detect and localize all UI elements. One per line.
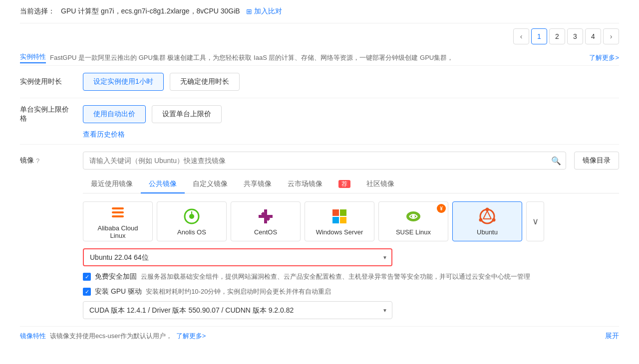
install-gpu-row: ✓ 安装 GPU 驱动 安装相对耗时约10-20分钟，实例启动时间会更长并伴有自…	[83, 287, 619, 296]
svg-point-15	[486, 207, 489, 211]
tab-market[interactable]: 云市场镜像	[280, 176, 330, 193]
instance-price-label: 单台实例上限价格	[20, 105, 75, 123]
page-container: 当前选择： GPU 计算型 gn7i，ecs.gn7i-c8g1.2xlarge…	[0, 0, 639, 364]
svg-point-13	[412, 215, 415, 218]
cuda-wrap: CUDA 版本 12.4.1 / Driver 版本 550.90.07 / C…	[83, 301, 619, 319]
image-feature-link[interactable]: 了解更多>	[176, 332, 206, 341]
price-history-link[interactable]: 查看历史价格	[83, 130, 125, 138]
tab-community[interactable]: 社区镜像	[358, 176, 402, 193]
os-card-windows[interactable]: Windows Server	[305, 201, 374, 241]
os-card-anolis[interactable]: Anolis OS	[157, 201, 227, 241]
duration-btn-1[interactable]: 设定实例使用1小时	[83, 73, 164, 91]
pagination-prev[interactable]: ‹	[513, 28, 529, 44]
feature-link[interactable]: 了解更多>	[589, 53, 619, 62]
tab-recommend[interactable]: 荐	[330, 176, 358, 193]
install-gpu-desc: 安装相对耗时约10-20分钟，实例启动时间会更长并伴有自动重启	[146, 287, 331, 296]
install-gpu-checkbox[interactable]: ✓	[83, 288, 91, 296]
free-security-label: 免费安全加固	[95, 272, 137, 281]
os-card-suse-label: SUSE Linux	[396, 228, 431, 236]
image-label: 镜像 ?	[20, 156, 75, 165]
os-card-alibaba[interactable]: Alibaba CloudLinux	[83, 201, 153, 241]
svg-line-18	[483, 211, 487, 219]
compare-icon: ⊞	[246, 7, 252, 15]
svg-rect-9	[340, 209, 346, 216]
svg-line-19	[487, 211, 491, 219]
install-gpu-label: 安装 GPU 驱动	[95, 287, 142, 296]
free-security-checkbox[interactable]: ✓	[83, 273, 91, 281]
svg-rect-11	[340, 217, 346, 223]
os-card-alibaba-label: Alibaba CloudLinux	[98, 224, 138, 239]
svg-rect-0	[112, 207, 124, 209]
image-search-input[interactable]	[83, 152, 566, 170]
os-card-ubuntu[interactable]: Ubuntu	[452, 201, 522, 241]
svg-rect-10	[332, 217, 339, 223]
anolis-icon	[183, 207, 201, 225]
instance-price-row: 单台实例上限价格 使用自动出价 设置单台上限价	[20, 98, 619, 130]
ubuntu-icon	[478, 207, 496, 225]
svg-rect-2	[112, 215, 124, 217]
image-label-text: 镜像	[20, 156, 34, 165]
image-header: 镜像 ? 🔍 镜像目录	[20, 152, 619, 170]
os-version-select[interactable]: Ubuntu 22.04 64位 Ubuntu 20.04 64位 Ubuntu…	[83, 248, 392, 266]
tab-recent[interactable]: 最近使用镜像	[83, 176, 141, 193]
selected-value: GPU 计算型 gn7i，ecs.gn7i-c8g1.2xlarge，8vCPU…	[61, 7, 240, 16]
svg-point-3	[189, 214, 194, 219]
image-catalog-button[interactable]: 镜像目录	[574, 152, 619, 170]
instance-duration-content: 设定实例使用1小时 无确定使用时长	[83, 73, 619, 91]
price-btn-2[interactable]: 设置单台上限价	[152, 105, 222, 123]
free-security-desc: 云服务器加载基础安全组件，提供网站漏洞检查、云产品安全配置检查、主机登录异常告警…	[141, 272, 530, 281]
os-card-centos-label: CentOS	[254, 228, 277, 236]
windows-icon	[330, 207, 348, 225]
os-cards-wrap: Alibaba CloudLinux Anolis OS	[83, 201, 619, 241]
image-feature-bar: 镜像特性 该镜像支持使用ecs-user作为默认认用户， 了解更多> 展开	[20, 326, 619, 346]
centos-icon	[257, 207, 275, 225]
pagination-page-1[interactable]: 1	[531, 28, 547, 44]
os-card-more[interactable]: ∨	[526, 201, 544, 241]
feature-tabs: 实例特性 FastGPU 是一款阿里云推出的 GPU集群 极速创建工具，为您轻松…	[20, 46, 619, 65]
os-card-ubuntu-label: Ubuntu	[477, 228, 498, 236]
pagination-page-2[interactable]: 2	[549, 28, 565, 44]
os-card-centos[interactable]: CentOS	[231, 201, 301, 241]
alibaba-icon	[109, 203, 127, 221]
svg-point-17	[492, 218, 496, 221]
suse-badge: ¥	[437, 204, 446, 213]
os-version-wrap: Ubuntu 22.04 64位 Ubuntu 20.04 64位 Ubuntu…	[83, 248, 619, 266]
pagination-bar: ‹ 1 2 3 4 ›	[20, 23, 619, 46]
image-help-icon[interactable]: ?	[36, 157, 39, 165]
svg-rect-1	[112, 211, 124, 213]
os-card-suse[interactable]: ¥ SUSE Linux	[378, 201, 448, 241]
pagination-next[interactable]: ›	[603, 28, 619, 44]
instance-price-content: 使用自动出价 设置单台上限价	[83, 105, 619, 123]
duration-btn-2[interactable]: 无确定使用时长	[170, 73, 240, 91]
more-icon: ∨	[532, 216, 539, 227]
svg-point-16	[479, 218, 483, 221]
cuda-select-wrapper: CUDA 版本 12.4.1 / Driver 版本 550.90.07 / C…	[83, 301, 392, 319]
image-feature-label[interactable]: 镜像特性	[20, 332, 46, 341]
tab-custom[interactable]: 自定义镜像	[185, 176, 236, 193]
svg-rect-8	[332, 209, 339, 216]
feature-desc: FastGPU 是一款阿里云推出的 GPU集群 极速创建工具，为您轻松获取 Ia…	[50, 53, 585, 62]
tab-shared[interactable]: 共享镜像	[236, 176, 280, 193]
os-card-windows-label: Windows Server	[316, 228, 363, 236]
image-section: 镜像 ? 🔍 镜像目录 最近使用镜像 公共镜像 自定义镜像 共享镜像	[20, 144, 619, 353]
pagination-page-4[interactable]: 4	[585, 28, 601, 44]
price-link-wrap: 查看历史价格	[20, 130, 619, 144]
instance-duration-label: 实例使用时长	[20, 77, 75, 86]
cuda-select[interactable]: CUDA 版本 12.4.1 / Driver 版本 550.90.07 / C…	[83, 301, 392, 319]
image-tabs: 最近使用镜像 公共镜像 自定义镜像 共享镜像 云市场镜像 荐 社区镜像	[83, 176, 619, 193]
compare-text: 加入比对	[254, 7, 282, 16]
feature-tab-label[interactable]: 实例特性	[20, 52, 46, 63]
compare-button[interactable]: ⊞ 加入比对	[246, 7, 282, 16]
pagination-page-3[interactable]: 3	[567, 28, 583, 44]
os-card-anolis-label: Anolis OS	[177, 228, 206, 236]
suse-icon	[404, 207, 422, 225]
price-btn-1[interactable]: 使用自动出价	[83, 105, 146, 123]
os-version-select-wrapper: Ubuntu 22.04 64位 Ubuntu 20.04 64位 Ubuntu…	[83, 248, 392, 266]
image-feature-desc: 该镜像支持使用ecs-user作为默认认用户，	[50, 332, 172, 341]
tab-public[interactable]: 公共镜像	[141, 176, 185, 193]
selected-label: 当前选择：	[20, 7, 55, 16]
svg-rect-5	[259, 215, 273, 218]
expand-button[interactable]: 展开	[605, 332, 619, 341]
free-security-row: ✓ 免费安全加固 云服务器加载基础安全组件，提供网站漏洞检查、云产品安全配置检查…	[83, 272, 619, 281]
instance-duration-row: 实例使用时长 设定实例使用1小时 无确定使用时长	[20, 65, 619, 98]
